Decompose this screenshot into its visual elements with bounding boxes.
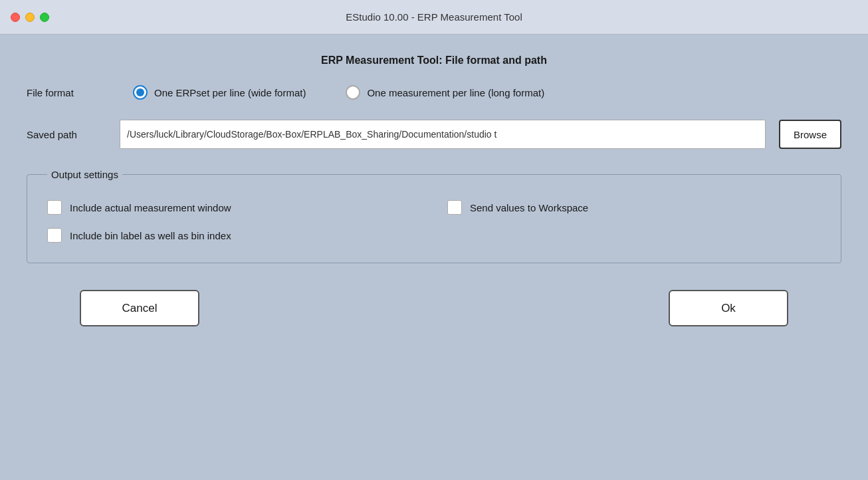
button-row: Cancel Ok: [27, 290, 841, 326]
cancel-button[interactable]: Cancel: [80, 290, 199, 326]
checkbox-actual-measurement-box[interactable]: [47, 200, 62, 215]
saved-path-row: Saved path Browse: [27, 120, 841, 149]
radio-circle-wide[interactable]: [133, 85, 148, 100]
file-format-label: File format: [27, 87, 106, 98]
checkbox-bin-label-label: Include bin label as well as bin index: [70, 230, 231, 241]
checkbox-send-values-box[interactable]: [447, 200, 462, 215]
main-content: ERP Measurement Tool: File format and pa…: [0, 35, 868, 480]
radio-option-long[interactable]: One measurement per line (long format): [346, 85, 544, 100]
checkbox-actual-measurement-label: Include actual measurement window: [70, 202, 231, 213]
checkbox-send-values-label: Send values to Workspace: [470, 202, 588, 213]
output-settings-grid: Include actual measurement window Send v…: [47, 200, 821, 243]
title-bar: EStudio 10.00 - ERP Measurement Tool: [0, 0, 868, 35]
output-settings-legend: Output settings: [47, 169, 122, 180]
checkbox-bin-label[interactable]: Include bin label as well as bin index: [47, 228, 421, 243]
close-button[interactable]: [11, 13, 20, 22]
radio-label-long: One measurement per line (long format): [367, 87, 544, 98]
dialog-title: ERP Measurement Tool: File format and pa…: [27, 55, 841, 66]
radio-option-wide[interactable]: One ERPset per line (wide format): [133, 85, 306, 100]
checkbox-bin-label-box[interactable]: [47, 228, 62, 243]
saved-path-input[interactable]: [120, 120, 766, 149]
window-title: EStudio 10.00 - ERP Measurement Tool: [346, 11, 522, 23]
radio-circle-long[interactable]: [346, 85, 360, 100]
minimize-button[interactable]: [25, 13, 35, 22]
file-format-radio-group: One ERPset per line (wide format) One me…: [133, 85, 841, 100]
file-format-row: File format One ERPset per line (wide fo…: [27, 85, 841, 100]
window-controls: [11, 13, 49, 22]
fullscreen-button[interactable]: [40, 13, 49, 22]
output-settings-fieldset: Output settings Include actual measureme…: [27, 169, 841, 263]
checkbox-send-values[interactable]: Send values to Workspace: [447, 200, 821, 215]
saved-path-label: Saved path: [27, 129, 106, 140]
ok-button[interactable]: Ok: [669, 290, 788, 326]
radio-label-wide: One ERPset per line (wide format): [154, 87, 306, 98]
browse-button[interactable]: Browse: [779, 120, 841, 149]
checkbox-actual-measurement[interactable]: Include actual measurement window: [47, 200, 421, 215]
